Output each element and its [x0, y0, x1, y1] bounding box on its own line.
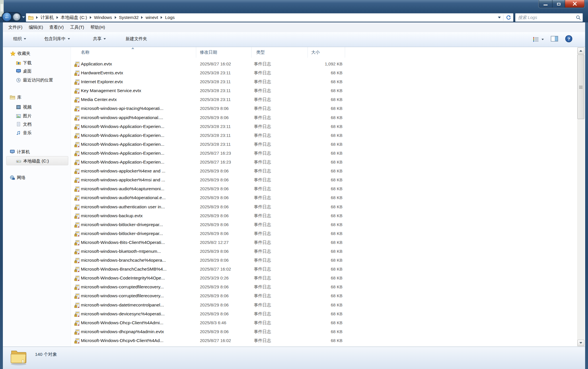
- scrollbar-thumb[interactable]: [577, 55, 584, 119]
- table-row[interactable]: microsoft-windows-corruptedfilerecovery.…: [71, 283, 577, 292]
- table-row[interactable]: microsoft-windows-api-tracing%4operati..…: [71, 104, 577, 113]
- table-row[interactable]: microsoft-windows-datetimecontrolpanel..…: [71, 301, 577, 310]
- sidebar-item-favorites[interactable]: 收藏夹: [10, 50, 30, 57]
- breadcrumb-system32[interactable]: System32: [117, 15, 141, 20]
- sidebar-item-videos[interactable]: 视频: [16, 104, 32, 110]
- table-row[interactable]: microsoft-windows-audio%4capturemoni... …: [71, 185, 577, 194]
- table-row[interactable]: Application.evtx 2025/8/27 16:02 事件日志 1,…: [71, 60, 577, 69]
- file-date-modified: 2025/8/29 8:06: [200, 293, 253, 298]
- table-row[interactable]: Key Management Service.evtx 2025/3/28 23…: [71, 87, 577, 96]
- menu-view[interactable]: 查看(V): [46, 24, 67, 31]
- file-name: microsoft-windows-datetimecontrolpanel..…: [81, 302, 198, 308]
- table-row[interactable]: HardwareEvents.evtx 2025/3/28 23:11 事件日志…: [71, 69, 577, 78]
- help-button[interactable]: ?: [565, 35, 573, 44]
- table-row[interactable]: Microsoft-Windows-Bits-Client%4Operati..…: [71, 238, 577, 247]
- search-input[interactable]: [515, 13, 583, 22]
- table-row[interactable]: microsoft-windows-bitlocker-driveprepar.…: [71, 221, 577, 230]
- change-view-button[interactable]: [533, 37, 544, 42]
- include-in-library-button[interactable]: 包含到库中: [44, 36, 70, 42]
- table-row[interactable]: microsoft-windows-dhcpnap%4admin.evtx 20…: [71, 328, 577, 337]
- search-icon[interactable]: [576, 15, 581, 21]
- table-row[interactable]: Media Center.evtx 2025/3/28 23:11 事件日志 6…: [71, 96, 577, 104]
- sidebar-item-pictures[interactable]: 图片: [16, 112, 32, 119]
- maximize-button[interactable]: [552, 0, 565, 7]
- sidebar-item-label: 计算机: [17, 149, 30, 155]
- table-row[interactable]: microsoft-windows-corruptedfilerecovery.…: [71, 292, 577, 301]
- table-row[interactable]: microsoft-windows-devicesync%4operati...…: [71, 310, 577, 319]
- breadcrumb-computer[interactable]: 计算机: [39, 15, 56, 21]
- sidebar-item-libraries[interactable]: 库: [10, 94, 22, 101]
- back-button[interactable]: ←: [2, 12, 12, 22]
- recent-pages-dropdown[interactable]: [22, 16, 25, 18]
- sidebar-item-documents[interactable]: 文档: [16, 121, 32, 128]
- table-row[interactable]: microsoft-windows-audio%4operational.e..…: [71, 194, 577, 203]
- sidebar-item-local-disk-c[interactable]: 本地磁盘 (C:): [16, 158, 49, 164]
- file-size: 68 KB: [272, 338, 342, 343]
- breadcrumb-winevt[interactable]: winevt: [144, 15, 160, 20]
- sidebar-item-recent-places[interactable]: 最近访问的位置: [16, 77, 53, 83]
- table-row[interactable]: Microsoft-Windows-Dhcpv6-Client%4Ad... 2…: [71, 337, 577, 345]
- organize-button[interactable]: 组织: [13, 36, 26, 42]
- column-header-date[interactable]: 修改日期: [196, 47, 252, 58]
- address-bar[interactable]: 计算机 本地磁盘 (C:) Windows System32 winevt Lo…: [26, 13, 513, 22]
- file-name: microsoft-windows-audio%4operational.e..…: [81, 195, 198, 200]
- table-row[interactable]: microsoft-windows-branchcache%4opera... …: [71, 256, 577, 265]
- sidebar-item-downloads[interactable]: 下载: [16, 59, 32, 66]
- file-date-modified: 2025/3/28 23:11: [200, 88, 253, 93]
- breadcrumb-local-disk[interactable]: 本地磁盘 (C:): [59, 15, 89, 21]
- file-name: Microsoft-Windows-Application-Experien..…: [81, 151, 198, 156]
- breadcrumb-logs[interactable]: Logs: [163, 15, 176, 20]
- file-size: 68 KB: [272, 70, 342, 75]
- sidebar-item-computer[interactable]: 计算机: [10, 148, 30, 155]
- file-date-modified: 2025/8/27 16:02: [200, 61, 253, 66]
- table-row[interactable]: microsoft-windows-applocker%4msi and ...…: [71, 176, 577, 185]
- table-row[interactable]: Microsoft-Windows-Application-Experien..…: [71, 140, 577, 149]
- table-row[interactable]: microsoft-windows-bluetooth-mtpenum... 2…: [71, 247, 577, 256]
- table-row[interactable]: Microsoft-Windows-CodeIntegrity%4Ope... …: [71, 274, 577, 283]
- menu-edit[interactable]: 编辑(E): [26, 24, 46, 31]
- sort-ascending-icon: [131, 47, 134, 49]
- menu-help[interactable]: 帮助(H): [87, 24, 108, 31]
- table-row[interactable]: microsoft-windows-authentication user in…: [71, 203, 577, 212]
- scroll-up-button[interactable]: [577, 48, 584, 54]
- refresh-button[interactable]: [503, 13, 513, 22]
- table-row[interactable]: Microsoft-Windows-Application-Experien..…: [71, 123, 577, 131]
- table-row[interactable]: Microsoft-Windows-Application-Experien..…: [71, 131, 577, 140]
- scroll-down-button[interactable]: [577, 340, 584, 346]
- file-date-modified: 2025/8/29 8:06: [200, 302, 253, 307]
- minimize-button[interactable]: [539, 0, 552, 7]
- table-row[interactable]: microsoft-windows-backup.evtx 2025/8/29 …: [71, 212, 577, 221]
- table-row[interactable]: microsoft-windows-appid%4operational....…: [71, 114, 577, 123]
- close-icon: [573, 2, 577, 6]
- menu-file[interactable]: 文件(F): [5, 24, 26, 31]
- column-header-type[interactable]: 类型: [252, 47, 308, 58]
- share-button[interactable]: 共享: [93, 36, 106, 42]
- sidebar-item-network[interactable]: 网络: [10, 174, 26, 181]
- column-header-size[interactable]: 大小: [308, 47, 345, 58]
- scrollbar-gripper: [579, 86, 583, 89]
- table-row[interactable]: Microsoft-Windows-BranchCacheSMB%4... 20…: [71, 265, 577, 274]
- menu-tools[interactable]: 工具(T): [67, 24, 87, 31]
- forward-button[interactable]: →: [13, 13, 21, 21]
- address-history-dropdown[interactable]: [496, 17, 503, 18]
- sidebar-item-desktop[interactable]: 桌面: [16, 68, 32, 75]
- table-row[interactable]: Microsoft-Windows-Application-Experien..…: [71, 149, 577, 158]
- sidebar-item-music[interactable]: 音乐: [16, 129, 32, 136]
- table-row[interactable]: microsoft-windows-applocker%4exe and ...…: [71, 167, 577, 176]
- vertical-scrollbar[interactable]: [577, 47, 585, 347]
- new-folder-button[interactable]: 新建文件夹: [126, 36, 147, 42]
- event-log-file-icon: [74, 320, 80, 327]
- breadcrumb-windows[interactable]: Windows: [92, 15, 114, 20]
- table-row[interactable]: Microsoft-Windows-Application-Experien..…: [71, 158, 577, 167]
- file-date-modified: 2025/8/29 8:06: [200, 186, 253, 191]
- close-button[interactable]: [565, 0, 584, 7]
- preview-pane-button[interactable]: [551, 36, 558, 43]
- file-size: 68 KB: [272, 267, 342, 271]
- file-size: 68 KB: [272, 133, 342, 138]
- table-row[interactable]: Microsoft-Windows-Dhcp-Client%4Admi... 2…: [71, 319, 577, 328]
- table-row[interactable]: microsoft-windows-bitlocker-driveprepar.…: [71, 230, 577, 238]
- share-label: 共享: [93, 36, 102, 42]
- file-date-modified: 2025/8/29 8:06: [200, 115, 253, 120]
- file-name: microsoft-windows-appid%4operational....: [81, 115, 198, 120]
- table-row[interactable]: Internet Explorer.evtx 2025/3/28 23:11 事…: [71, 78, 577, 87]
